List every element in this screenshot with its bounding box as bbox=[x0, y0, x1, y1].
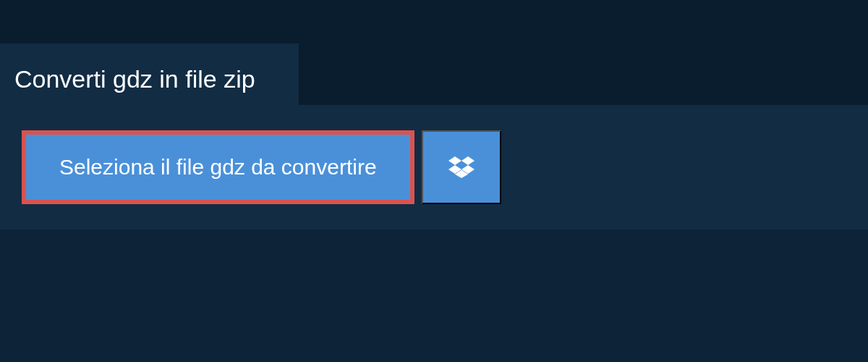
button-row: Seleziona il file gdz da convertire bbox=[22, 130, 846, 204]
select-file-button[interactable]: Seleziona il file gdz da convertire bbox=[22, 130, 414, 204]
page-title: Converti gdz in file zip bbox=[14, 65, 255, 93]
dropbox-icon bbox=[448, 154, 475, 180]
dropbox-button[interactable] bbox=[422, 130, 501, 204]
title-tab: Converti gdz in file zip bbox=[0, 43, 299, 115]
content-section: Seleziona il file gdz da convertire bbox=[0, 105, 868, 230]
header-section: Converti gdz in file zip bbox=[0, 0, 868, 105]
